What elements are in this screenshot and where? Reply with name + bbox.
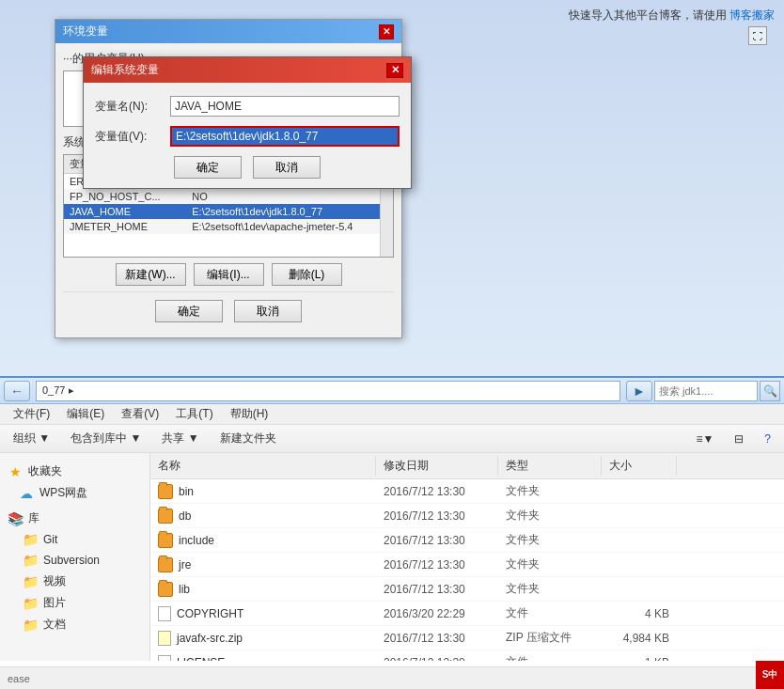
env-dialog-close-button[interactable]: ✕ [379, 24, 394, 39]
file-size [602, 539, 677, 542]
env-dialog-title-text: 环境变量 [63, 23, 108, 39]
var-value-input[interactable] [170, 126, 400, 147]
sidebar-item-subversion[interactable]: 📁 Subversion [0, 550, 149, 571]
column-headers: 名称 修改日期 类型 大小 [150, 453, 784, 479]
address-bar[interactable] [36, 381, 620, 401]
folder-icon [158, 533, 173, 548]
explorer-content: 名称 修改日期 类型 大小 bin 2016/7/12 13:30 文件夹 db… [150, 453, 784, 661]
sys-var-row[interactable]: FP_NO_HOST_C...NO [64, 189, 393, 204]
file-date: 2016/3/20 22:29 [376, 605, 498, 622]
file-row[interactable]: jre 2016/7/12 13:30 文件夹 [150, 553, 784, 577]
favorites-section: ★ 收藏夹 ☁ WPS网盘 [0, 461, 149, 504]
file-row[interactable]: LICENSE 2016/7/12 13:30 文件 1 KB [150, 650, 784, 661]
file-date: 2016/7/12 13:30 [376, 630, 498, 647]
share-button[interactable]: 共享 ▼ [156, 429, 204, 448]
star-icon: ★ [8, 464, 23, 479]
zip-icon [158, 631, 171, 646]
sidebar-item-docs[interactable]: 📁 文档 [0, 614, 149, 635]
file-type: 文件 [498, 652, 602, 661]
maximize-icon[interactable]: ⛶ [748, 26, 767, 45]
edit-var-button[interactable]: 编辑(I)... [194, 263, 264, 286]
library-icon: 📚 [8, 511, 23, 526]
env-ok-button[interactable]: 确定 [155, 300, 223, 322]
menu-view[interactable]: 查看(V) [114, 404, 166, 424]
edit-cancel-button[interactable]: 取消 [253, 156, 321, 179]
status-text: ease [8, 673, 30, 684]
edit-dialog-titlebar: 编辑系统变量 ✕ [84, 57, 411, 83]
sys-var-name: FP_NO_HOST_C... [64, 189, 186, 204]
explorer-window: ─ □ ✕ ← ► 🔍 文件(F) 编辑(E) 查看(V) 工具(T) 帮助(H… [0, 376, 784, 689]
sidebar-item-video[interactable]: 📁 视频 [0, 571, 149, 592]
file-row[interactable]: include 2016/7/12 13:30 文件夹 [150, 528, 784, 553]
file-type: 文件夹 [498, 555, 602, 574]
sys-var-value: E:\2setsoft\1dev\apache-jmeter-5.4 [186, 219, 393, 234]
new-var-button[interactable]: 新建(W)... [116, 263, 186, 286]
file-row[interactable]: db 2016/7/12 13:30 文件夹 [150, 504, 784, 528]
menu-edit[interactable]: 编辑(E) [59, 404, 112, 424]
var-value-label: 变量值(V): [95, 129, 170, 145]
pane-button[interactable]: ⊟ [729, 431, 749, 447]
file-name: javafx-src.zip [177, 632, 243, 645]
sidebar-item-wps[interactable]: ☁ WPS网盘 [0, 482, 149, 504]
file-date: 2016/7/12 13:30 [376, 556, 498, 573]
sys-var-name: JAVA_HOME [64, 204, 186, 219]
var-value-row: 变量值(V): [95, 126, 400, 147]
edit-dialog-title-text: 编辑系统变量 [91, 62, 159, 78]
sidebar-item-git[interactable]: 📁 Git [0, 529, 149, 550]
sys-var-row[interactable]: JMETER_HOMEE:\2setsoft\1dev\apache-jmete… [64, 219, 393, 234]
search-button[interactable]: 🔍 [760, 381, 780, 401]
file-row[interactable]: lib 2016/7/12 13:30 文件夹 [150, 577, 784, 602]
explorer-actionbar: 组织 ▼ 包含到库中 ▼ 共享 ▼ 新建文件夹 ≡▼ ⊟ ? [0, 425, 784, 453]
view-options-button[interactable]: ≡▼ [690, 431, 719, 447]
env-cancel-button[interactable]: 取消 [234, 300, 302, 322]
col-header-name[interactable]: 名称 [150, 456, 376, 476]
file-row[interactable]: COPYRIGHT 2016/3/20 22:29 文件 4 KB [150, 602, 784, 626]
delete-var-button[interactable]: 删除(L) [272, 263, 342, 286]
go-button[interactable]: ► [626, 381, 652, 401]
explorer-sidebar: ★ 收藏夹 ☁ WPS网盘 📚 库 📁 Git 📁 [0, 453, 150, 661]
env-dialog-titlebar: 环境变量 ✕ [55, 20, 401, 43]
explorer-main: ★ 收藏夹 ☁ WPS网盘 📚 库 📁 Git 📁 [0, 453, 784, 661]
add-to-library-button[interactable]: 包含到库中 ▼ [65, 429, 147, 448]
blog-migration-link[interactable]: 博客搬家 [729, 8, 775, 22]
file-list: bin 2016/7/12 13:30 文件夹 db 2016/7/12 13:… [150, 479, 784, 661]
edit-ok-button[interactable]: 确定 [174, 156, 242, 179]
menu-tools[interactable]: 工具(T) [168, 404, 220, 424]
file-date: 2016/7/12 13:30 [376, 654, 498, 662]
edit-dialog-close-button[interactable]: ✕ [386, 63, 403, 78]
back-button[interactable]: ← [4, 381, 30, 401]
pictures-folder-icon: 📁 [23, 596, 38, 611]
subversion-folder-icon: 📁 [23, 553, 38, 568]
explorer-toolbar: ← ► 🔍 [0, 378, 784, 404]
docs-label: 文档 [43, 617, 66, 633]
help-circle-button[interactable]: ? [759, 431, 776, 447]
file-row[interactable]: bin 2016/7/12 13:30 文件夹 [150, 479, 784, 504]
menu-help[interactable]: 帮助(H) [223, 404, 276, 424]
git-folder-icon: 📁 [23, 532, 38, 547]
file-date: 2016/7/12 13:30 [376, 483, 498, 500]
var-name-input[interactable] [170, 96, 400, 117]
file-name-cell: LICENSE [150, 653, 376, 662]
sidebar-item-pictures[interactable]: 📁 图片 [0, 592, 149, 614]
menu-file[interactable]: 文件(F) [6, 404, 57, 424]
new-folder-button[interactable]: 新建文件夹 [214, 429, 282, 448]
cloud-icon: ☁ [19, 486, 34, 501]
sidebar-item-library[interactable]: 📚 库 [0, 508, 149, 529]
explorer-menubar: 文件(F) 编辑(E) 查看(V) 工具(T) 帮助(H) [0, 404, 784, 425]
edit-dialog-buttons: 确定 取消 [95, 156, 400, 179]
library-section: 📚 库 📁 Git 📁 Subversion 📁 视频 📁 图片 [0, 508, 149, 635]
doc-icon [158, 655, 171, 662]
file-size [602, 514, 677, 518]
git-label: Git [43, 533, 57, 546]
organize-button[interactable]: 组织 ▼ [8, 429, 55, 448]
subversion-label: Subversion [43, 554, 100, 567]
col-header-type[interactable]: 类型 [498, 456, 602, 476]
file-date: 2016/7/12 13:30 [376, 581, 498, 598]
col-header-date[interactable]: 修改日期 [376, 456, 498, 476]
col-header-size[interactable]: 大小 [602, 456, 677, 476]
file-row[interactable]: javafx-src.zip 2016/7/12 13:30 ZIP 压缩文件 … [150, 626, 784, 650]
sys-var-row[interactable]: JAVA_HOMEE:\2setsoft\1dev\jdk1.8.0_77 [64, 204, 393, 219]
file-name-cell: javafx-src.zip [150, 629, 376, 648]
sidebar-item-favorites[interactable]: ★ 收藏夹 [0, 461, 149, 482]
search-input[interactable] [654, 381, 758, 401]
